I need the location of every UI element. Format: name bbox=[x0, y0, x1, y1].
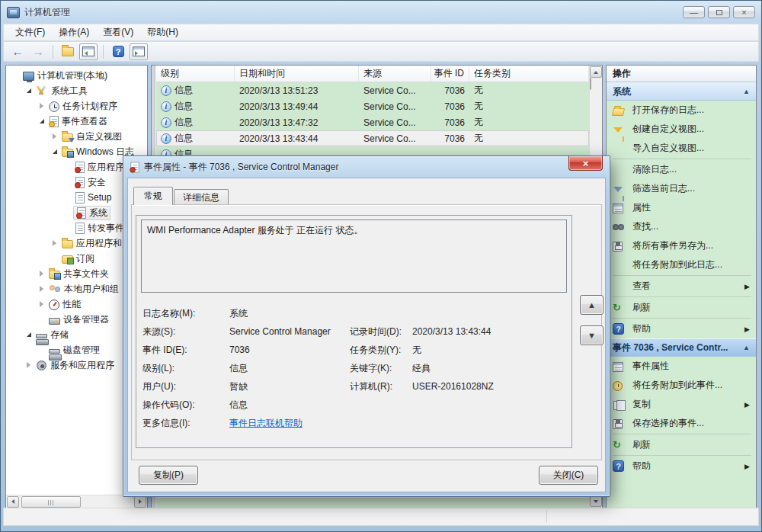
save-icon bbox=[613, 419, 623, 429]
forward-arrow-button[interactable]: → bbox=[29, 43, 47, 60]
column-header-1[interactable]: 日期和时间 bbox=[235, 66, 359, 82]
action-icon-slot: ↻ bbox=[613, 439, 632, 451]
close-button[interactable]: 关闭(C) bbox=[539, 466, 598, 485]
shared-folders-icon bbox=[49, 271, 60, 279]
expander-expanded-icon[interactable] bbox=[24, 88, 34, 93]
action-icon-slot bbox=[613, 126, 632, 133]
action-item[interactable]: 打开保存的日志... bbox=[607, 101, 756, 120]
action-item[interactable]: 将所有事件另存为... bbox=[607, 236, 756, 255]
tree-item-label: 安全 bbox=[88, 176, 106, 189]
tab-general[interactable]: 常规 bbox=[133, 187, 173, 205]
expander-collapsed-icon[interactable] bbox=[37, 271, 46, 277]
tree-item-content: 磁盘管理 bbox=[46, 344, 102, 357]
action-item[interactable]: 导入自定义视图... bbox=[607, 139, 756, 158]
action-item[interactable]: 查找... bbox=[607, 217, 756, 236]
action-item[interactable]: 筛选当前日志... bbox=[607, 179, 756, 198]
help-button[interactable]: ? bbox=[109, 43, 127, 60]
menu-item-1[interactable]: 操作(A) bbox=[52, 24, 96, 40]
expander-expanded-icon[interactable] bbox=[24, 332, 34, 337]
tree-item-computer[interactable]: 计算机管理(本地) bbox=[6, 68, 147, 83]
submenu-arrow-icon: ▶ bbox=[744, 401, 750, 409]
tree-item-system-tools[interactable]: 系统工具 bbox=[6, 83, 147, 98]
windows-logs-icon bbox=[62, 149, 73, 157]
expander-expanded-icon[interactable] bbox=[37, 119, 46, 123]
properties-icon bbox=[613, 362, 623, 372]
expander-collapsed-icon[interactable] bbox=[37, 103, 46, 109]
scroll-right-button[interactable] bbox=[134, 496, 146, 508]
refresh-icon: ↻ bbox=[613, 302, 625, 314]
show-console-window-button[interactable] bbox=[79, 43, 98, 60]
tree-item-event-viewer[interactable]: 事件查看器 bbox=[6, 114, 147, 129]
field-label: 关键字(K): bbox=[350, 362, 412, 375]
action-icon-slot bbox=[613, 203, 632, 213]
column-header-4[interactable]: 任务类别 bbox=[469, 66, 589, 82]
scroll-thumb[interactable] bbox=[590, 78, 591, 90]
action-item[interactable]: 属性 bbox=[607, 198, 756, 217]
expander-collapsed-icon[interactable] bbox=[24, 362, 34, 368]
action-label: 帮助 bbox=[632, 460, 651, 473]
action-item[interactable]: 将任务附加到此事件... bbox=[607, 376, 756, 395]
action-item[interactable]: 复制▶ bbox=[607, 395, 756, 414]
export-folder-button[interactable] bbox=[59, 43, 77, 60]
action-item[interactable]: ?帮助▶ bbox=[607, 457, 756, 476]
event-row[interactable]: i信息2020/3/13 13:51:23Service Co...7036无 bbox=[156, 82, 589, 98]
section-header-1[interactable]: 事件 7036 , Service Contr...▲ bbox=[607, 338, 756, 357]
online-help-link[interactable]: 事件日志联机帮助 bbox=[229, 417, 350, 430]
event-log-icon bbox=[130, 162, 139, 172]
show-action-pane-button[interactable] bbox=[130, 43, 148, 60]
event-row[interactable]: i信息2020/3/13 13:43:44Service Co...7036无 bbox=[156, 130, 589, 146]
expander-collapsed-icon[interactable] bbox=[37, 301, 46, 307]
action-item[interactable]: 创建自定义视图... bbox=[607, 120, 756, 139]
restore-button[interactable] bbox=[708, 6, 730, 18]
action-item[interactable]: 保存选择的事件... bbox=[607, 414, 756, 433]
next-event-button[interactable]: ▼ bbox=[580, 325, 604, 345]
menu-item-0[interactable]: 文件(F) bbox=[8, 24, 52, 40]
section-header-0[interactable]: 系统▲ bbox=[607, 82, 756, 101]
tree-item-label: 磁盘管理 bbox=[63, 344, 100, 357]
expander-collapsed-icon[interactable] bbox=[37, 286, 46, 292]
app-icon bbox=[7, 7, 20, 18]
tree-item-content: 应用程序 bbox=[72, 161, 126, 174]
scroll-up-button[interactable] bbox=[590, 66, 602, 78]
action-item[interactable]: ↻刷新 bbox=[607, 298, 756, 317]
event-row[interactable]: i信息2020/3/13 13:49:44Service Co...7036无 bbox=[156, 98, 589, 114]
show-console-window-icon bbox=[82, 46, 94, 56]
tree-item-content: 事件查看器 bbox=[46, 115, 110, 128]
field-row: 日志名称(M):系统 bbox=[142, 304, 568, 322]
close-button[interactable]: × bbox=[733, 6, 755, 18]
scroll-thumb[interactable] bbox=[21, 496, 81, 508]
field-label: 事件 ID(E): bbox=[142, 344, 229, 357]
tree-item-content: 性能 bbox=[46, 298, 83, 311]
event-description-box[interactable]: WMI Performance Adapter 服务处于 正在运行 状态。 bbox=[141, 220, 567, 293]
action-item[interactable]: 查看▶ bbox=[607, 277, 756, 296]
action-item[interactable]: 清除日志... bbox=[607, 160, 756, 179]
column-header-2[interactable]: 来源 bbox=[359, 66, 431, 82]
menu-item-2[interactable]: 查看(V) bbox=[96, 24, 140, 40]
tree-item-custom-views[interactable]: 自定义视图 bbox=[6, 129, 147, 144]
expander-collapsed-icon[interactable] bbox=[50, 240, 59, 246]
expander-collapsed-icon[interactable] bbox=[50, 133, 59, 139]
event-row[interactable]: i信息2020/3/13 13:47:32Service Co...7036无 bbox=[156, 114, 589, 130]
log-alert-icon bbox=[77, 207, 86, 219]
actions-pane: 操作 系统▲打开保存的日志...创建自定义视图...导入自定义视图...清除日志… bbox=[606, 65, 757, 508]
tree-item-label: 计算机管理(本地) bbox=[37, 69, 107, 82]
column-header-3[interactable]: 事件 ID bbox=[431, 66, 469, 82]
scroll-left-button[interactable] bbox=[7, 496, 19, 508]
action-item[interactable]: 事件属性 bbox=[607, 357, 756, 376]
column-header-0[interactable]: 级别 bbox=[156, 66, 235, 82]
tab-details[interactable]: 详细信息 bbox=[174, 189, 229, 205]
action-item[interactable]: ?帮助▶ bbox=[607, 319, 756, 338]
dialog-close-button[interactable]: × bbox=[568, 156, 603, 171]
action-item[interactable]: ↻刷新 bbox=[607, 435, 756, 454]
back-arrow-button[interactable]: ← bbox=[8, 43, 27, 60]
minimize-button[interactable]: — bbox=[683, 6, 705, 18]
subscriptions-icon bbox=[62, 255, 73, 264]
expander-expanded-icon[interactable] bbox=[50, 149, 59, 154]
copy-button[interactable]: 复制(P) bbox=[139, 466, 198, 485]
field-value: 暂缺 bbox=[229, 380, 350, 393]
action-item[interactable]: 将任务附加到此日志... bbox=[607, 255, 756, 274]
menu-item-3[interactable]: 帮助(H) bbox=[140, 24, 185, 40]
previous-event-button[interactable]: ▲ bbox=[580, 295, 604, 315]
scroll-down-button[interactable] bbox=[590, 495, 602, 507]
tree-item-task-scheduler[interactable]: 任务计划程序 bbox=[6, 98, 147, 114]
